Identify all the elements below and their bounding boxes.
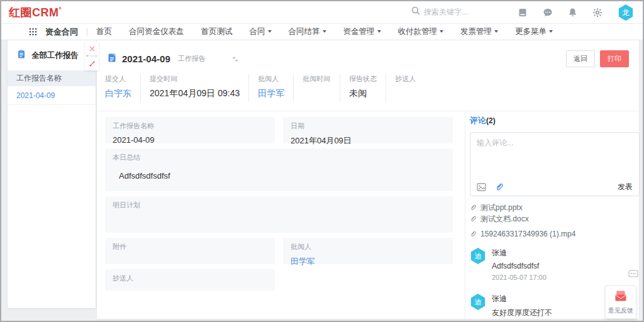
top-header: 红圈CRM° 龙 xyxy=(1,1,643,24)
status-badge: 未阅 xyxy=(349,88,377,99)
nav-item-home-test[interactable]: 首页测试 xyxy=(201,26,233,37)
publish-button[interactable]: 发表 xyxy=(618,182,633,192)
field-attachment: 附件 xyxy=(105,238,275,264)
attachment-item[interactable]: 测试ppt.pptx xyxy=(470,202,640,213)
section-divider xyxy=(97,111,639,111)
paperclip-icon xyxy=(470,228,477,240)
paperclip-icon xyxy=(470,213,477,225)
nav-item-home[interactable]: 首页 xyxy=(96,26,112,37)
comment-input-box: 发表 xyxy=(470,132,640,196)
search-icon xyxy=(411,6,420,18)
meta-review-time: 批阅时间 xyxy=(293,74,340,102)
panel-float-controls xyxy=(85,42,99,72)
brand-logo: 红圈CRM° xyxy=(9,5,62,20)
nav-item-dashboard[interactable]: 合同资金仪表盘 xyxy=(129,26,184,37)
meta-status: 报告状态 未阅 xyxy=(340,74,386,102)
report-list-item[interactable]: 2021-04-09 xyxy=(8,86,96,105)
field-report-name: 工作报告名称 2021-04-09 xyxy=(105,117,275,143)
expand-icon[interactable] xyxy=(85,57,99,70)
detail-actions: 返回 打印 xyxy=(566,50,629,67)
report-list-sidebar: 全部工作报告 工作报告名称 2021-04-09 xyxy=(8,40,96,308)
clipboard-icon xyxy=(16,49,26,62)
field-reviewer: 批阅人 田学军 xyxy=(283,238,453,264)
bell-icon[interactable] xyxy=(568,8,577,18)
document-icon xyxy=(107,53,117,65)
record-type-badge: 工作报告 xyxy=(178,54,206,64)
sidebar-title: 全部工作报告 xyxy=(31,50,83,61)
user-avatar[interactable]: 龙 xyxy=(618,4,634,21)
chevron-down-icon xyxy=(268,30,272,33)
message-icon[interactable] xyxy=(543,8,553,18)
chevron-down-icon xyxy=(440,30,443,33)
field-date: 日期 2021年04月09日 xyxy=(283,117,453,143)
page-title: 2021-04-09 xyxy=(122,53,170,64)
attachment-item[interactable]: 1592463317349936 (1).mp4 xyxy=(470,228,640,240)
close-icon[interactable] xyxy=(85,42,99,55)
meta-submit-time: 提交时间 2021年04月09日 09:43 xyxy=(140,74,248,102)
notebook-icon[interactable] xyxy=(518,8,528,18)
sidebar-column-header: 工作报告名称 xyxy=(8,70,96,86)
apps-grid-icon[interactable] xyxy=(29,28,37,36)
field-summary: 本日总结 Adfsdfsdfsdfsf xyxy=(105,148,453,191)
comment-text: 友好度厚度还打不 xyxy=(492,308,552,318)
current-app-label[interactable]: 资金合同 xyxy=(45,26,78,38)
gear-icon[interactable] xyxy=(592,8,602,18)
commenter-avatar[interactable]: 迪 xyxy=(470,294,486,310)
feedback-button[interactable]: 意见反馈 xyxy=(605,286,636,319)
meta-reviewer: 批阅人 田学军 xyxy=(248,74,293,102)
comment-toolbar: 发表 xyxy=(470,178,639,196)
collapse-toggle-icon[interactable] xyxy=(232,56,238,62)
field-cc: 抄送人 xyxy=(105,269,275,291)
search-input[interactable] xyxy=(424,8,518,16)
nav-item-invoices[interactable]: 发票管理 xyxy=(460,26,498,37)
attachment-list: 测试ppt.pptx 测试文档.docx 1592463317349936 (1… xyxy=(470,202,640,240)
comment-text: Adfsdfsdfsdfsf xyxy=(492,262,547,270)
chevron-down-icon xyxy=(549,30,553,33)
paperclip-icon xyxy=(470,202,477,213)
commenter-name: 张迪 xyxy=(492,294,552,304)
nav-item-settlement[interactable]: 合同结算 xyxy=(289,26,326,37)
reviewer-link[interactable]: 田学军 xyxy=(258,88,284,99)
comment-item: 迪 张迪 Adfsdfsdfsdfsf 2021-05-07 17:00 xyxy=(470,248,640,281)
nav-item-more[interactable]: 更多菜单 xyxy=(515,26,553,37)
detail-header: 2021-04-09 工作报告 返回 打印 xyxy=(107,50,629,67)
meta-info-row: 提交人 白宇东 提交时间 2021年04月09日 09:43 批阅人 田学军 批… xyxy=(105,74,430,102)
meta-cc: 抄送人 xyxy=(386,74,430,102)
comments-divider xyxy=(465,111,465,319)
header-icon-group: 龙 xyxy=(518,1,634,24)
nav-item-funds[interactable]: 资金管理 xyxy=(343,26,381,37)
report-form: 工作报告名称 2021-04-09 日期 2021年04月09日 本日总结 Ad… xyxy=(105,117,453,296)
attachment-item[interactable]: 测试文档.docx xyxy=(470,213,640,225)
main-navbar: 资金合同 首页 合同资金仪表盘 首页测试 合同 合同结算 资金管理 收付款管理 … xyxy=(1,24,643,40)
global-search[interactable] xyxy=(411,6,518,18)
print-button[interactable]: 打印 xyxy=(600,50,629,67)
paperclip-icon[interactable] xyxy=(495,182,504,191)
image-icon[interactable] xyxy=(477,183,486,191)
report-detail-panel: 2021-04-09 工作报告 返回 打印 提交人 白宇东 提交时间 2021年… xyxy=(97,40,639,319)
nav-item-contract[interactable]: 合同 xyxy=(250,26,272,37)
nav-item-payments[interactable]: 收付款管理 xyxy=(398,26,444,37)
nav-divider xyxy=(87,28,87,36)
commenter-avatar[interactable]: 迪 xyxy=(470,248,486,264)
comment-timestamp: 2021-05-07 17:00 xyxy=(492,274,547,281)
chevron-down-icon xyxy=(323,30,326,33)
chevron-down-icon xyxy=(494,30,498,33)
back-button[interactable]: 返回 xyxy=(566,50,595,67)
comment-input[interactable] xyxy=(470,133,639,177)
submitter-link[interactable]: 白宇东 xyxy=(105,88,131,99)
reviewer-link[interactable]: 田学军 xyxy=(291,256,445,267)
comments-title: 评论(2) xyxy=(470,114,640,126)
meta-submitter: 提交人 白宇东 xyxy=(105,74,140,102)
crm-window: 红圈CRM° 龙 资金合同 xyxy=(0,0,644,322)
field-plan: 明日计划 xyxy=(105,196,453,233)
commenter-name: 张迪 xyxy=(492,248,547,258)
chevron-down-icon xyxy=(377,30,381,33)
reply-icon[interactable] xyxy=(628,269,638,280)
envelope-icon xyxy=(614,290,628,304)
sidebar-header[interactable]: 全部工作报告 xyxy=(8,40,96,70)
